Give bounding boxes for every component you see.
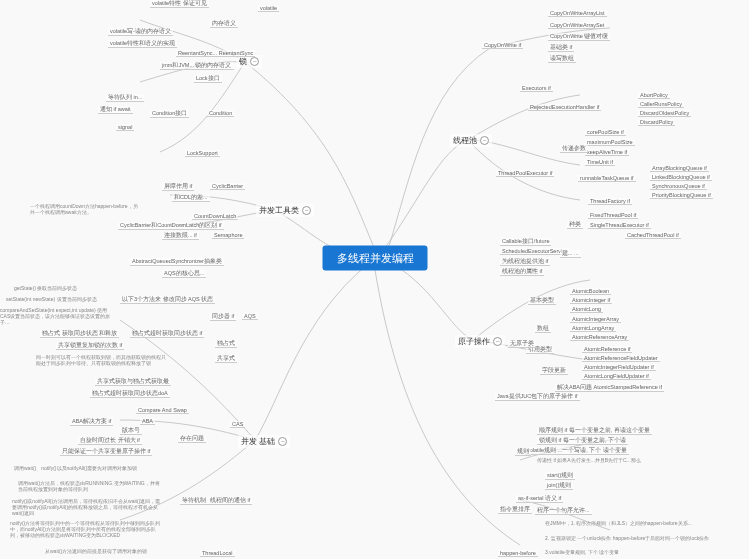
node-atomic-one[interactable]: 只能保证一个共享变量原子操作 if — [60, 448, 152, 456]
node-pool-a[interactable]: 线程池的属性 if — [500, 268, 544, 276]
node-sq[interactable]: SynchronousQueue if — [650, 183, 707, 190]
collapse-icon[interactable]: − — [278, 437, 287, 446]
node-aba[interactable]: ABA解决方案 if — [70, 418, 113, 426]
node-volatile[interactable]: volatile — [258, 5, 279, 12]
branch-atomic[interactable]: 原子操作− — [455, 335, 505, 348]
node-cb-sub[interactable]: 和CDL的差... — [172, 194, 210, 202]
node-noatom[interactable]: 无原子类 — [508, 340, 536, 348]
node-aqs-sub[interactable]: AQS的核心思... — [162, 270, 206, 278]
node-aiarr[interactable]: AtomicIntegerArray — [570, 316, 621, 323]
node-cb-note[interactable]: 屏障作用 if — [162, 183, 194, 191]
branch-devtools[interactable]: 并发工具类− — [256, 204, 314, 217]
node-spin[interactable]: 自旋时间过长 开销大 if — [78, 437, 142, 445]
node-wait-head[interactable]: 等待机制 — [180, 497, 208, 505]
node-keep[interactable]: keepAliveTime if — [585, 149, 629, 156]
node-abool[interactable]: AtomicBoolean — [570, 288, 611, 295]
node-volatile-rule1[interactable]: volatile写-读的内存语义 — [108, 28, 173, 36]
node-aqs-methods[interactable]: 以下3个方法来 修改同步 AQS 状态 — [120, 296, 215, 304]
node-cond-use[interactable]: 等待队列 in... — [106, 94, 144, 102]
node-aqs-title[interactable]: AbstractQueuedSynchronizer抽象类 — [130, 258, 224, 266]
node-excl-more[interactable]: 共享锁重复加锁的次数 if — [56, 342, 124, 350]
node-hbstart[interactable]: start()规则 — [545, 472, 575, 480]
node-rq[interactable]: runnableTaskQueue if — [578, 175, 636, 182]
node-reorder-sub[interactable]: 程序一个句序允许... — [535, 507, 592, 515]
node-sync-impl[interactable]: jmm和JVM... 锁的内存语义 — [160, 62, 234, 70]
node-aref[interactable]: AtomicReference if — [582, 346, 632, 353]
node-disc-old[interactable]: DiscardOldestPolicy — [638, 110, 691, 117]
collapse-icon[interactable]: − — [493, 337, 502, 346]
node-lock-label[interactable]: Lock接口 — [194, 75, 222, 83]
node-abort[interactable]: AbortPolicy — [638, 92, 670, 99]
node-max[interactable]: maximumPoolSize — [585, 139, 635, 146]
node-version[interactable]: 版本号 — [120, 427, 142, 435]
node-semaphore[interactable]: Semaphore — [212, 232, 244, 239]
node-share-get[interactable]: 共享式获取与独占式获取最 — [95, 378, 171, 386]
node-cdl[interactable]: CountDownLatch — [192, 213, 238, 220]
node-cached[interactable]: CachedThreadPool if — [625, 232, 681, 239]
node-along[interactable]: AtomicLong — [570, 306, 603, 313]
node-condition[interactable]: Condition — [207, 110, 234, 117]
node-hb1[interactable]: 顺序规则 if 每一个变量之前, 再读这个变量 — [537, 427, 652, 435]
node-threadlocal[interactable]: ThreadLocal — [200, 550, 235, 557]
node-pool-n[interactable]: 是... ... — [560, 250, 581, 258]
node-reorder[interactable]: 指令重排序 — [498, 506, 532, 514]
node-volatile-feat2[interactable]: 内存语义 — [210, 20, 238, 28]
branch-threadpool[interactable]: 线程池− — [450, 134, 492, 147]
node-reff[interactable]: AtomicReferenceFieldUpdater — [582, 355, 660, 362]
node-aqs-head[interactable]: 同步器 if — [210, 313, 236, 321]
node-cow[interactable]: CopyOnWrite if — [482, 42, 523, 49]
node-cas-title[interactable]: Compare And Swap — [136, 407, 189, 414]
node-tu[interactable]: TimeUnit if — [585, 159, 615, 166]
collapse-icon[interactable]: − — [480, 136, 489, 145]
node-cas[interactable]: CAS — [230, 421, 245, 428]
node-pool-m[interactable]: 为线程池提供池 if — [500, 258, 550, 266]
node-asif[interactable]: as-if-serial 语义 if — [516, 495, 563, 503]
node-ararr[interactable]: AtomicReferenceArray — [570, 334, 629, 341]
node-reject[interactable]: RejectedExecutionHandler if — [528, 104, 601, 111]
node-hbjoin[interactable]: join()规则 — [545, 482, 573, 490]
node-aba-t[interactable]: ABA — [140, 418, 155, 425]
node-pbq[interactable]: PriorityBlockingQueue if — [650, 192, 713, 199]
node-fixed[interactable]: FixedThreadPool if — [588, 212, 638, 219]
node-cdl-sub[interactable]: CyclicBarrier和CountDownLatch的区别 if — [118, 222, 224, 230]
node-types[interactable]: 种类 — [567, 221, 583, 229]
node-volatile-rule2[interactable]: volatile特性和语义的实现 — [108, 40, 177, 48]
branch-devbasic[interactable]: 并发 基础− — [238, 435, 290, 448]
node-cow-list[interactable]: CopyOnWriteArrayList — [548, 10, 607, 17]
node-caller[interactable]: CallerRunsPolicy — [638, 101, 684, 108]
node-aint[interactable]: AtomicInteger if — [570, 297, 612, 304]
node-arrtype[interactable]: 数组 — [535, 325, 551, 333]
node-disc[interactable]: DiscardPolicy — [638, 119, 675, 126]
collapse-icon[interactable]: − — [250, 57, 259, 66]
node-hb3[interactable]: volatile规则 ...一个写读, 下个 读个变量 — [525, 447, 629, 455]
node-stamped[interactable]: 解决ABA问题 AtomicStampedReference if — [555, 384, 664, 392]
node-juc[interactable]: Java提供JUC包下的原子操作 if — [495, 393, 580, 401]
node-cas-prob[interactable]: 存在问题 — [178, 435, 206, 443]
node-thread-comm[interactable]: 线程间的通信 if — [208, 497, 252, 505]
node-locksupport[interactable]: LockSupport — [185, 150, 220, 157]
node-cyclicbarrier[interactable]: CyclicBarrier — [210, 183, 245, 190]
node-cond-signal[interactable]: signal — [116, 124, 134, 131]
node-callable[interactable]: Callable接口/future — [500, 238, 551, 246]
node-btype[interactable]: 基本类型 — [528, 297, 556, 305]
node-core[interactable]: corePoolSize if — [585, 129, 626, 136]
node-executors[interactable]: Executors if — [520, 85, 553, 92]
node-lock-type[interactable]: 共享式 — [215, 355, 237, 363]
node-excl-note[interactable]: 独占式 获取同步状态 和释放 — [40, 330, 119, 338]
node-tf[interactable]: ThreadFactory if — [588, 198, 632, 205]
node-alarr[interactable]: AtomicLongArray — [570, 325, 616, 332]
node-cow-set[interactable]: CopyOnWriteArraySet — [548, 22, 606, 29]
node-intf[interactable]: AtomicIntegerFieldUpdater if — [582, 364, 656, 371]
node-hb[interactable]: happen-before — [498, 550, 538, 557]
node-cond-await[interactable]: 通知 if await — [98, 106, 133, 114]
node-volatile-feat1[interactable]: volatile特性 保证可见 — [150, 0, 209, 8]
node-params[interactable]: 传递参数 — [560, 145, 588, 153]
root-node[interactable]: 多线程并发编程 — [323, 246, 428, 271]
node-excl-lock[interactable]: 独占式 — [215, 340, 237, 348]
node-lbq[interactable]: LinkedBlockingQueue if — [650, 174, 712, 181]
node-tpe[interactable]: ThreadPoolExecutor if — [496, 170, 554, 177]
node-abq[interactable]: ArrayBlockingQueue if — [650, 165, 709, 172]
collapse-icon[interactable]: − — [302, 206, 311, 215]
node-reentrant[interactable]: ReentantSync... ReentantSync — [176, 50, 255, 57]
node-cow-sub[interactable]: 读写数组 — [548, 55, 576, 63]
